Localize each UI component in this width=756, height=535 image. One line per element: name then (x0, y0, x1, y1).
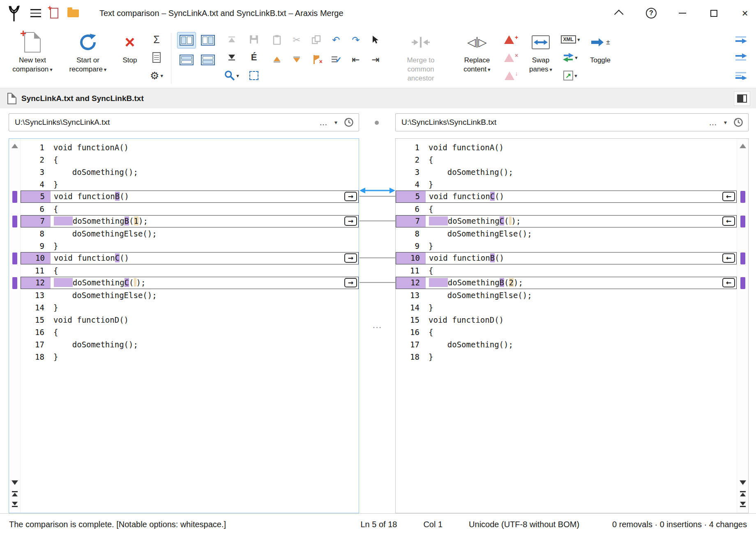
left-file-path[interactable]: U:\SyncLinks\SyncLinkA.txt (15, 118, 313, 127)
code-line[interactable]: 16{ (21, 326, 359, 338)
code-line[interactable]: 6{ (21, 203, 359, 215)
last-change-button[interactable] (740, 502, 746, 511)
right-overview-strip[interactable] (737, 139, 748, 513)
new-text-comparison-button[interactable]: + New text comparison▾ (6, 29, 59, 76)
encoding-indicator[interactable]: Unicode (UTF-8 without BOM) (469, 520, 579, 529)
push-change-left-button[interactable]: ← (722, 253, 735, 263)
copy-button[interactable] (307, 30, 326, 49)
first-change-button[interactable] (740, 491, 746, 500)
sync-link-middle-button[interactable] (732, 49, 749, 66)
code-line[interactable]: 7 doSomethingB(1);→ (21, 215, 359, 227)
code-line[interactable]: 12 doSomethingC();→ (21, 277, 359, 289)
merge-to-common-ancestor-button[interactable]: Merge to common ancestor (390, 29, 452, 85)
code-line[interactable]: 2{ (21, 154, 359, 166)
dismiss-warning-button[interactable]: × (502, 49, 520, 66)
sync-link-bottom-button[interactable] (732, 67, 749, 84)
push-change-left-button[interactable]: ← (722, 216, 735, 226)
left-file-path-field[interactable]: U:\SyncLinks\SyncLinkA.txt … ▾ (9, 113, 359, 131)
browse-button[interactable]: … (709, 118, 717, 127)
cut-button[interactable]: ✂ (287, 30, 306, 49)
push-change-right-button[interactable]: → (344, 253, 357, 263)
add-warning-button[interactable]: + (502, 31, 520, 48)
sync-link-top-button[interactable] (732, 31, 749, 48)
comparison-tab-title[interactable]: SyncLinkA.txt and SyncLinkB.txt (21, 94, 144, 103)
xml-options-button[interactable]: XML▾ (562, 31, 579, 48)
code-line[interactable]: 10void functionC()→ (21, 252, 359, 264)
scroll-down-icon[interactable] (12, 480, 18, 485)
goto-bottom-button[interactable] (223, 49, 240, 66)
code-line[interactable]: 10void functionB()← (396, 252, 737, 264)
right-file-path-field[interactable]: U:\SyncLinks\SyncLinkB.txt … ▾ (395, 113, 749, 131)
goto-top-button[interactable] (223, 31, 240, 48)
code-line[interactable]: 16{ (396, 326, 737, 338)
sync-arrows-button[interactable]: ▾ (562, 49, 579, 66)
redo-button[interactable]: ↷ (346, 30, 365, 49)
special-characters-button[interactable]: É (245, 49, 263, 66)
clear-bookmarks-button[interactable]: × (307, 50, 326, 69)
last-change-button[interactable] (12, 502, 18, 511)
push-change-left-button[interactable]: ← (722, 278, 735, 287)
save-button[interactable] (245, 31, 263, 48)
minimize-button[interactable] (671, 2, 694, 24)
quick-new-comparison-button[interactable] (50, 8, 58, 18)
layout-two-panes-alt-button[interactable] (198, 32, 217, 48)
code-line[interactable]: 3 doSomething(); (21, 166, 359, 178)
code-line[interactable]: 11{ (21, 264, 359, 277)
code-line[interactable]: 9} (21, 240, 359, 252)
scroll-up-icon[interactable] (12, 144, 18, 148)
code-line[interactable]: 18} (396, 351, 737, 363)
code-line[interactable]: 8 doSomethingElse(); (396, 227, 737, 240)
collapse-ribbon-button[interactable] (609, 2, 631, 24)
push-change-right-button[interactable]: → (344, 278, 357, 287)
scroll-up-icon[interactable] (740, 144, 746, 148)
hamburger-menu-button[interactable] (30, 9, 41, 17)
splitter-handle[interactable]: … (360, 319, 395, 331)
push-change-left-button[interactable]: ← (722, 192, 735, 201)
undo-button[interactable]: ↶ (327, 30, 346, 49)
right-file-path[interactable]: U:\SyncLinks\SyncLinkB.txt (401, 118, 702, 127)
change-marker[interactable] (12, 191, 17, 203)
right-code-region[interactable]: 1void functionA()2{3 doSomething();4}5vo… (396, 139, 737, 513)
scroll-down-icon[interactable] (740, 480, 746, 485)
code-line[interactable]: 5void functionC()← (396, 191, 737, 203)
sigma-button[interactable]: Σ (148, 31, 165, 48)
path-dropdown-button[interactable]: ▾ (724, 119, 727, 126)
change-marker[interactable] (740, 277, 745, 289)
accept-changes-button[interactable]: ✓ (327, 50, 346, 69)
next-change-button[interactable] (287, 50, 306, 69)
open-external-button[interactable]: ↗▾ (562, 67, 579, 84)
change-marker[interactable] (12, 216, 17, 227)
options-button[interactable]: ⚙▾ (148, 67, 165, 84)
replace-content-button[interactable]: ◁ ▷ Replace content▾ (456, 29, 498, 76)
code-line[interactable]: 14} (396, 301, 737, 314)
path-dropdown-button[interactable]: ▾ (334, 119, 337, 126)
code-line[interactable]: 11{ (396, 264, 737, 277)
stop-button[interactable]: × Stop (117, 29, 143, 67)
browse-button[interactable]: … (319, 118, 328, 127)
code-line[interactable]: 13 doSomethingElse(); (396, 289, 737, 301)
change-marker[interactable] (12, 277, 17, 289)
start-or-recompare-button[interactable]: Start or recompare▾ (64, 29, 112, 76)
paste-button[interactable] (267, 30, 286, 49)
help-button[interactable]: ? (640, 2, 662, 24)
block-selection-button[interactable] (245, 67, 263, 84)
code-line[interactable]: 4} (396, 178, 737, 191)
history-clock-button[interactable] (733, 117, 743, 127)
previous-change-button[interactable] (267, 50, 286, 69)
code-line[interactable]: 9} (396, 240, 737, 252)
change-marker[interactable] (740, 216, 745, 227)
change-marker[interactable] (12, 253, 17, 264)
push-change-right-button[interactable]: → (344, 216, 357, 226)
change-marker[interactable] (740, 253, 745, 264)
code-line[interactable]: 13 doSomethingElse(); (21, 289, 359, 301)
next-warning-button[interactable]: ↓ (502, 67, 520, 84)
push-change-right-button[interactable]: → (344, 192, 357, 201)
change-pane-layout-button[interactable] (734, 91, 750, 106)
pointer-mode-button[interactable] (366, 30, 385, 49)
report-button[interactable] (148, 49, 165, 66)
layout-horizontal-alt-button[interactable] (198, 52, 217, 68)
toggle-button[interactable]: ± Toggle (584, 29, 617, 67)
code-line[interactable]: 2{ (396, 154, 737, 166)
code-line[interactable]: 1void functionA() (396, 141, 737, 154)
code-line[interactable]: 17 doSomething(); (396, 338, 737, 351)
